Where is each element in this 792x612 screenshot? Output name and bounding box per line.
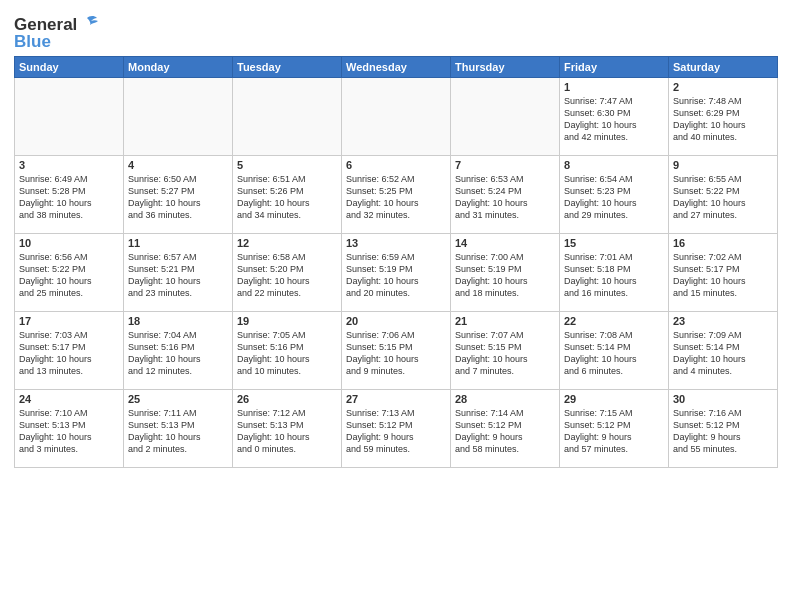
logo: General Blue [14, 14, 101, 52]
day-number: 24 [19, 393, 119, 405]
day-number: 22 [564, 315, 664, 327]
logo-bird-icon [79, 14, 101, 36]
calendar-cell: 13Sunrise: 6:59 AM Sunset: 5:19 PM Dayli… [342, 234, 451, 312]
calendar-cell [15, 78, 124, 156]
calendar-cell: 3Sunrise: 6:49 AM Sunset: 5:28 PM Daylig… [15, 156, 124, 234]
day-info: Sunrise: 7:12 AM Sunset: 5:13 PM Dayligh… [237, 407, 337, 456]
calendar-cell: 14Sunrise: 7:00 AM Sunset: 5:19 PM Dayli… [451, 234, 560, 312]
calendar-cell: 12Sunrise: 6:58 AM Sunset: 5:20 PM Dayli… [233, 234, 342, 312]
calendar-cell: 30Sunrise: 7:16 AM Sunset: 5:12 PM Dayli… [669, 390, 778, 468]
calendar-cell: 29Sunrise: 7:15 AM Sunset: 5:12 PM Dayli… [560, 390, 669, 468]
day-info: Sunrise: 7:04 AM Sunset: 5:16 PM Dayligh… [128, 329, 228, 378]
day-number: 2 [673, 81, 773, 93]
day-info: Sunrise: 7:01 AM Sunset: 5:18 PM Dayligh… [564, 251, 664, 300]
calendar-cell: 15Sunrise: 7:01 AM Sunset: 5:18 PM Dayli… [560, 234, 669, 312]
calendar-cell: 18Sunrise: 7:04 AM Sunset: 5:16 PM Dayli… [124, 312, 233, 390]
header-day-wednesday: Wednesday [342, 57, 451, 78]
header-day-thursday: Thursday [451, 57, 560, 78]
day-number: 17 [19, 315, 119, 327]
day-info: Sunrise: 6:49 AM Sunset: 5:28 PM Dayligh… [19, 173, 119, 222]
calendar-cell: 6Sunrise: 6:52 AM Sunset: 5:25 PM Daylig… [342, 156, 451, 234]
day-number: 3 [19, 159, 119, 171]
day-info: Sunrise: 6:50 AM Sunset: 5:27 PM Dayligh… [128, 173, 228, 222]
calendar-table: SundayMondayTuesdayWednesdayThursdayFrid… [14, 56, 778, 468]
day-info: Sunrise: 7:09 AM Sunset: 5:14 PM Dayligh… [673, 329, 773, 378]
header-day-sunday: Sunday [15, 57, 124, 78]
calendar-cell [233, 78, 342, 156]
logo-blue: Blue [14, 32, 51, 52]
calendar-cell: 22Sunrise: 7:08 AM Sunset: 5:14 PM Dayli… [560, 312, 669, 390]
calendar-cell: 19Sunrise: 7:05 AM Sunset: 5:16 PM Dayli… [233, 312, 342, 390]
day-number: 30 [673, 393, 773, 405]
day-info: Sunrise: 7:02 AM Sunset: 5:17 PM Dayligh… [673, 251, 773, 300]
calendar-cell: 24Sunrise: 7:10 AM Sunset: 5:13 PM Dayli… [15, 390, 124, 468]
day-number: 8 [564, 159, 664, 171]
day-info: Sunrise: 7:48 AM Sunset: 6:29 PM Dayligh… [673, 95, 773, 144]
day-number: 28 [455, 393, 555, 405]
day-info: Sunrise: 7:11 AM Sunset: 5:13 PM Dayligh… [128, 407, 228, 456]
day-number: 23 [673, 315, 773, 327]
day-info: Sunrise: 6:52 AM Sunset: 5:25 PM Dayligh… [346, 173, 446, 222]
day-info: Sunrise: 6:53 AM Sunset: 5:24 PM Dayligh… [455, 173, 555, 222]
day-info: Sunrise: 7:06 AM Sunset: 5:15 PM Dayligh… [346, 329, 446, 378]
calendar-cell [451, 78, 560, 156]
calendar-cell: 9Sunrise: 6:55 AM Sunset: 5:22 PM Daylig… [669, 156, 778, 234]
day-info: Sunrise: 7:13 AM Sunset: 5:12 PM Dayligh… [346, 407, 446, 456]
day-info: Sunrise: 7:15 AM Sunset: 5:12 PM Dayligh… [564, 407, 664, 456]
page-container: General Blue SundayMondayTuesdayWednesda… [0, 0, 792, 478]
day-number: 26 [237, 393, 337, 405]
day-number: 18 [128, 315, 228, 327]
day-info: Sunrise: 6:54 AM Sunset: 5:23 PM Dayligh… [564, 173, 664, 222]
calendar-cell: 8Sunrise: 6:54 AM Sunset: 5:23 PM Daylig… [560, 156, 669, 234]
day-info: Sunrise: 7:05 AM Sunset: 5:16 PM Dayligh… [237, 329, 337, 378]
header-row: SundayMondayTuesdayWednesdayThursdayFrid… [15, 57, 778, 78]
calendar-cell: 28Sunrise: 7:14 AM Sunset: 5:12 PM Dayli… [451, 390, 560, 468]
day-number: 4 [128, 159, 228, 171]
calendar-cell: 25Sunrise: 7:11 AM Sunset: 5:13 PM Dayli… [124, 390, 233, 468]
day-info: Sunrise: 7:08 AM Sunset: 5:14 PM Dayligh… [564, 329, 664, 378]
calendar-cell: 16Sunrise: 7:02 AM Sunset: 5:17 PM Dayli… [669, 234, 778, 312]
day-number: 25 [128, 393, 228, 405]
day-number: 11 [128, 237, 228, 249]
day-info: Sunrise: 6:56 AM Sunset: 5:22 PM Dayligh… [19, 251, 119, 300]
day-info: Sunrise: 6:51 AM Sunset: 5:26 PM Dayligh… [237, 173, 337, 222]
week-row-3: 17Sunrise: 7:03 AM Sunset: 5:17 PM Dayli… [15, 312, 778, 390]
calendar-cell: 27Sunrise: 7:13 AM Sunset: 5:12 PM Dayli… [342, 390, 451, 468]
day-info: Sunrise: 6:55 AM Sunset: 5:22 PM Dayligh… [673, 173, 773, 222]
week-row-1: 3Sunrise: 6:49 AM Sunset: 5:28 PM Daylig… [15, 156, 778, 234]
header-day-tuesday: Tuesday [233, 57, 342, 78]
day-info: Sunrise: 6:59 AM Sunset: 5:19 PM Dayligh… [346, 251, 446, 300]
day-number: 14 [455, 237, 555, 249]
day-number: 21 [455, 315, 555, 327]
calendar-cell: 23Sunrise: 7:09 AM Sunset: 5:14 PM Dayli… [669, 312, 778, 390]
day-number: 9 [673, 159, 773, 171]
week-row-4: 24Sunrise: 7:10 AM Sunset: 5:13 PM Dayli… [15, 390, 778, 468]
day-info: Sunrise: 7:03 AM Sunset: 5:17 PM Dayligh… [19, 329, 119, 378]
header-day-monday: Monday [124, 57, 233, 78]
day-info: Sunrise: 7:47 AM Sunset: 6:30 PM Dayligh… [564, 95, 664, 144]
day-info: Sunrise: 6:57 AM Sunset: 5:21 PM Dayligh… [128, 251, 228, 300]
day-info: Sunrise: 7:14 AM Sunset: 5:12 PM Dayligh… [455, 407, 555, 456]
day-number: 13 [346, 237, 446, 249]
calendar-cell: 17Sunrise: 7:03 AM Sunset: 5:17 PM Dayli… [15, 312, 124, 390]
day-info: Sunrise: 6:58 AM Sunset: 5:20 PM Dayligh… [237, 251, 337, 300]
day-number: 27 [346, 393, 446, 405]
calendar-cell [124, 78, 233, 156]
calendar-cell: 21Sunrise: 7:07 AM Sunset: 5:15 PM Dayli… [451, 312, 560, 390]
calendar-cell: 11Sunrise: 6:57 AM Sunset: 5:21 PM Dayli… [124, 234, 233, 312]
day-number: 7 [455, 159, 555, 171]
day-number: 12 [237, 237, 337, 249]
header: General Blue [14, 10, 778, 52]
day-info: Sunrise: 7:10 AM Sunset: 5:13 PM Dayligh… [19, 407, 119, 456]
day-info: Sunrise: 7:07 AM Sunset: 5:15 PM Dayligh… [455, 329, 555, 378]
day-number: 29 [564, 393, 664, 405]
week-row-2: 10Sunrise: 6:56 AM Sunset: 5:22 PM Dayli… [15, 234, 778, 312]
calendar-cell: 26Sunrise: 7:12 AM Sunset: 5:13 PM Dayli… [233, 390, 342, 468]
calendar-cell: 7Sunrise: 6:53 AM Sunset: 5:24 PM Daylig… [451, 156, 560, 234]
day-number: 1 [564, 81, 664, 93]
calendar-cell: 1Sunrise: 7:47 AM Sunset: 6:30 PM Daylig… [560, 78, 669, 156]
day-number: 15 [564, 237, 664, 249]
calendar-cell: 20Sunrise: 7:06 AM Sunset: 5:15 PM Dayli… [342, 312, 451, 390]
calendar-cell: 10Sunrise: 6:56 AM Sunset: 5:22 PM Dayli… [15, 234, 124, 312]
day-info: Sunrise: 7:16 AM Sunset: 5:12 PM Dayligh… [673, 407, 773, 456]
